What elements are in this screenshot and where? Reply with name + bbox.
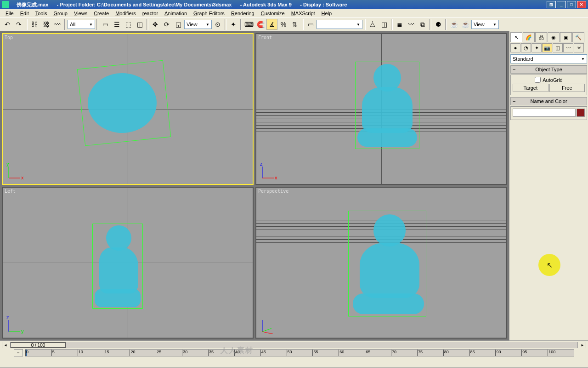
svg-line-13 <box>262 328 271 332</box>
viewports-container: Top yx Front zx Left zy Perspective <box>0 31 509 340</box>
select-object-button[interactable]: ▭ <box>100 19 111 30</box>
menu-customize[interactable]: Customize <box>258 10 288 17</box>
helpers-subtab[interactable]: ◫ <box>553 43 563 52</box>
select-by-name-button[interactable]: ☰ <box>111 19 122 30</box>
use-pivot-button[interactable]: ⊙ <box>212 19 223 30</box>
grid-button[interactable]: ⊞ <box>547 1 556 8</box>
cameras-subtab[interactable]: 📷 <box>542 43 552 52</box>
viewport-left[interactable]: Left zy <box>2 187 254 339</box>
svg-text:z: z <box>260 162 263 167</box>
menu-tools[interactable]: Tools <box>33 10 50 17</box>
command-panel: ↖ 🌈 品 ◉ ▣ 🔨 ● ◔ ✦ 📷 ◫ 〰 ✳ Standard Objec… <box>509 31 588 340</box>
menu-graph-editors[interactable]: Graph Editors <box>191 10 227 17</box>
time-ruler[interactable]: 0 5 10 15 20 25 30 35 40 45 50 55 60 65 … <box>25 349 574 356</box>
viewport-top[interactable]: Top yx <box>2 33 254 185</box>
hierarchy-tab[interactable]: 品 <box>535 32 547 42</box>
undo-button[interactable]: ↶ <box>2 19 13 30</box>
menu-group[interactable]: Group <box>51 10 70 17</box>
window-crossing-button[interactable]: ◫ <box>134 19 145 30</box>
time-scroll-left[interactable]: ◄ <box>2 342 9 348</box>
menu-create[interactable]: Create <box>91 10 112 17</box>
time-scroll-right[interactable]: ► <box>579 342 586 348</box>
menu-edit[interactable]: Edit <box>17 10 32 17</box>
category-dropdown[interactable]: Standard <box>510 54 587 63</box>
object-type-rollout[interactable]: Object Type <box>510 65 587 74</box>
display-tab[interactable]: ▣ <box>560 32 572 42</box>
systems-subtab[interactable]: ✳ <box>574 43 584 52</box>
render-scene-button[interactable]: ☕ <box>448 19 459 30</box>
named-selection-combo[interactable] <box>317 20 362 29</box>
timeline-toggle-button[interactable]: ≡ <box>14 349 23 356</box>
mirror-button[interactable]: ⧊ <box>367 19 378 30</box>
axis-gizmo-icon: yx <box>6 162 25 180</box>
bind-space-warp-button[interactable]: 〰 <box>52 19 63 30</box>
move-button[interactable]: ✥ <box>150 19 161 30</box>
percent-snap-button[interactable]: % <box>278 19 289 30</box>
ref-coord-combo[interactable]: View <box>184 20 212 29</box>
link-button[interactable]: ⛓ <box>29 19 40 30</box>
utilities-tab[interactable]: 🔨 <box>572 32 584 42</box>
material-editor-button[interactable]: ⚈ <box>433 19 444 30</box>
snap-toggle-button[interactable]: 🧲 <box>255 19 266 30</box>
curve-editor-button[interactable]: 〰 <box>406 19 417 30</box>
angle-snap-button[interactable]: ∡ <box>266 19 277 30</box>
viewport-front[interactable]: Front zx <box>255 33 507 185</box>
menu-modifiers[interactable]: Modifiers <box>113 10 139 17</box>
menu-help[interactable]: Help <box>319 10 335 17</box>
keyboard-shortcut-button[interactable]: ⌨ <box>243 19 254 30</box>
redo-button[interactable]: ↷ <box>13 19 24 30</box>
autogrid-checkbox[interactable] <box>535 77 541 83</box>
unlink-button[interactable]: ⛓̸ <box>40 19 51 30</box>
menu-file[interactable]: File <box>3 10 17 17</box>
motion-tab[interactable]: ◉ <box>548 32 560 42</box>
quick-render-button[interactable]: ☕ <box>460 19 471 30</box>
target-button[interactable]: Target <box>513 84 548 92</box>
menu-reactor[interactable]: reactor <box>140 10 161 17</box>
svg-text:x: x <box>275 175 277 180</box>
manipulate-button[interactable]: ✦ <box>228 19 239 30</box>
axis-gizmo-icon: zy <box>6 316 25 334</box>
viewport-label-persp: Perspective <box>258 189 288 194</box>
close-button[interactable]: ✕ <box>577 1 586 8</box>
render-preset-combo[interactable]: View <box>471 20 499 29</box>
free-button[interactable]: Free <box>549 84 585 92</box>
titlebar: 佛像完成.max - Project Folder: C:\Documents … <box>0 0 588 9</box>
autogrid-label: AutoGrid <box>543 77 562 83</box>
modify-tab[interactable]: 🌈 <box>523 32 535 42</box>
svg-text:x: x <box>21 175 24 180</box>
named-selection-button[interactable]: ▭ <box>305 19 316 30</box>
name-color-rollout[interactable]: Name and Color <box>510 97 587 105</box>
svg-text:z: z <box>6 316 9 320</box>
timeline-area: ◄ 0 / 100 ► ≡ 0 5 10 15 20 25 30 35 40 4… <box>0 340 588 367</box>
geometry-subtab[interactable]: ● <box>510 43 520 52</box>
app-icon <box>2 1 9 8</box>
object-name-field[interactable] <box>513 109 576 117</box>
axis-gizmo-icon: zx <box>260 162 278 180</box>
menu-maxscript[interactable]: MAXScript <box>288 10 318 17</box>
menu-animation[interactable]: Animation <box>162 10 190 17</box>
time-slider-track[interactable]: 0 / 100 <box>10 342 578 348</box>
viewport-label-left: Left <box>5 189 16 194</box>
lights-subtab[interactable]: ✦ <box>531 43 542 52</box>
create-tab[interactable]: ↖ <box>510 32 522 42</box>
layer-manager-button[interactable]: ≣ <box>394 19 405 30</box>
viewport-perspective[interactable]: Perspective <box>255 187 507 339</box>
align-button[interactable]: ◫ <box>379 19 390 30</box>
main-toolbar: ↶ ↷ ⛓ ⛓̸ 〰 All ▭ ☰ ⬚ ◫ ✥ ⟳ ◱ View ⊙ ✦ ⌨ … <box>0 17 588 31</box>
spacewarps-subtab[interactable]: 〰 <box>563 43 573 52</box>
menu-rendering[interactable]: Rendering <box>228 10 257 17</box>
scale-button[interactable]: ◱ <box>173 19 184 30</box>
time-slider-handle[interactable]: 0 / 100 <box>11 342 66 348</box>
object-color-swatch[interactable] <box>577 109 585 117</box>
select-region-button[interactable]: ⬚ <box>123 19 134 30</box>
selection-filter-combo[interactable]: All <box>68 20 95 29</box>
axis-gizmo-icon <box>260 316 278 334</box>
maximize-button[interactable]: □ <box>567 1 576 8</box>
shapes-subtab[interactable]: ◔ <box>521 43 531 52</box>
menu-views[interactable]: Views <box>71 10 90 17</box>
schematic-view-button[interactable]: ⧉ <box>417 19 428 30</box>
cursor-highlight: ↖ <box>538 254 560 276</box>
rotate-button[interactable]: ⟳ <box>161 19 172 30</box>
spinner-snap-button[interactable]: ⇅ <box>289 19 300 30</box>
minimize-button[interactable]: _ <box>557 1 566 8</box>
